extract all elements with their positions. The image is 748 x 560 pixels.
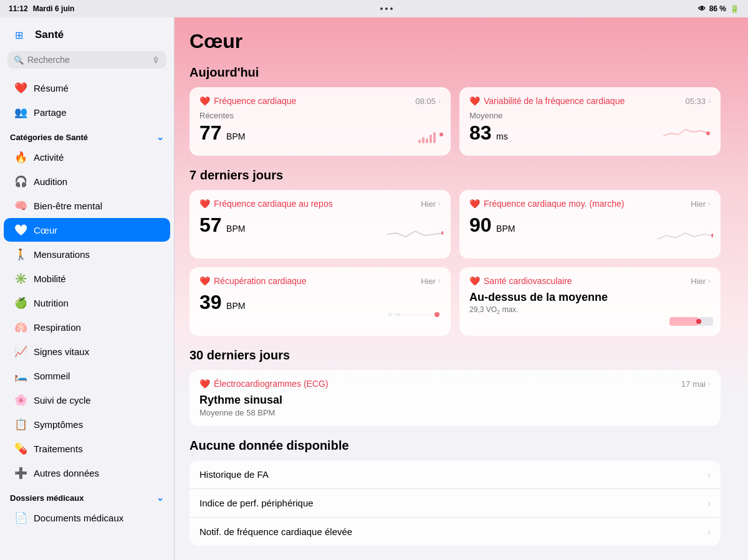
section-today: Aujourd'hui [189, 65, 721, 80]
card-ecg-header: ❤️ Électrocardiogrammes (ECG) 17 mai › [199, 379, 711, 389]
signes-label: Signes vitaux [34, 346, 89, 357]
no-data-perf[interactable]: Indice de perf. périphérique › [189, 489, 721, 518]
sidebar-item-mensurations[interactable]: 🚶 Mensurations [4, 242, 170, 266]
traitements-icon: 💊 [14, 442, 27, 455]
sidebar-item-suivi[interactable]: 🌸 Suivi de cycle [4, 388, 170, 412]
sidebar-header: ⊞ Santé [0, 17, 174, 49]
sidebar-item-coeur[interactable]: ❤️ Cœur [4, 218, 170, 242]
chevron-fa: › [707, 470, 711, 480]
card-ecg-value: Rythme sinusal [199, 394, 711, 407]
no-data-perf-label: Indice de perf. périphérique [199, 498, 314, 508]
card-frequence-chart [418, 126, 443, 143]
main-content-area: Cœur Aujourd'hui ❤️ Fréquence cardiaque … [175, 17, 748, 560]
bien-etre-icon: 🧠 [14, 199, 27, 212]
card-recuperation-header: ❤️ Récupération cardiaque Hier › [199, 276, 441, 286]
card-marche-value: 90 [469, 214, 492, 236]
card-recuperation[interactable]: ❤️ Récupération cardiaque Hier › 39 BPM [189, 267, 451, 336]
sidebar-item-documents[interactable]: 📄 Documents médicaux [4, 506, 170, 529]
main-content: Cœur Aujourd'hui ❤️ Fréquence cardiaque … [175, 17, 736, 560]
card-ecg-title: Électrocardiogrammes (ECG) [214, 379, 328, 389]
section-no-data: Aucune donnée disponible [189, 439, 721, 453]
resume-icon: ❤️ [14, 81, 27, 95]
sidebar-item-traitements[interactable]: 💊 Traitements [4, 437, 170, 460]
sidebar-toggle-button[interactable]: ⊞ [10, 26, 27, 44]
heart-icon-marche: ❤️ [469, 199, 480, 209]
heart-icon-recuperation: ❤️ [199, 276, 210, 286]
card-frequence-time: 08:05 › [415, 97, 441, 106]
card-ecg[interactable]: ❤️ Électrocardiogrammes (ECG) 17 mai › R… [189, 370, 721, 426]
autres-icon: ➕ [14, 466, 27, 480]
categories-chevron[interactable]: ⌄ [156, 132, 164, 142]
categories-header: Catégories de Santé ⌄ [0, 125, 174, 145]
coeur-label: Cœur [34, 225, 57, 235]
mic-icon[interactable]: 🎙 [152, 55, 160, 65]
status-left: 11:12 Mardi 6 juin [9, 4, 74, 13]
sidebar-item-mobilite[interactable]: ✳️ Mobilité [4, 267, 170, 290]
partage-icon: 👥 [14, 105, 27, 119]
respiration-label: Respiration [34, 322, 81, 333]
card-cv-title: Santé cardiovasculaire [484, 276, 572, 286]
card-cv-sub: 29,3 VO2 max. [469, 305, 711, 315]
svg-point-1 [441, 231, 443, 235]
card-marche-unit: BPM [496, 224, 515, 234]
card-repos[interactable]: ❤️ Fréquence cardiaque au repos Hier › 5… [189, 190, 451, 259]
card-frequence[interactable]: ❤️ Fréquence cardiaque 08:05 › Récentes … [189, 87, 451, 156]
card-marche-chart [657, 222, 713, 246]
sidebar-item-nutrition[interactable]: 🍏 Nutrition [4, 291, 170, 315]
sidebar-item-symptomes[interactable]: 📋 Symptômes [4, 412, 170, 436]
cv-bar-dot [696, 319, 701, 324]
status-date: Mardi 6 juin [33, 4, 75, 13]
search-input[interactable] [27, 55, 148, 65]
card-variabilite-label: Moyenne [469, 111, 711, 120]
today-cards-row: ❤️ Fréquence cardiaque 08:05 › Récentes … [189, 87, 721, 156]
card-cv-header: ❤️ Santé cardiovasculaire Hier › [469, 276, 711, 286]
card-recuperation-unit: BPM [226, 301, 245, 311]
nutrition-label: Nutrition [34, 298, 69, 308]
sidebar-item-sommeil[interactable]: 🛏️ Sommeil [4, 364, 170, 387]
sidebar-item-autres[interactable]: ➕ Autres données [4, 461, 170, 485]
sidebar-item-bien-etre[interactable]: 🧠 Bien-être mental [4, 194, 170, 217]
no-data-section: Historique de FA › Indice de perf. périp… [189, 460, 721, 546]
card-variabilite[interactable]: ❤️ Variabilité de la fréquence cardiaque… [459, 87, 721, 156]
card-cardiovasculaire[interactable]: ❤️ Santé cardiovasculaire Hier › Au-dess… [459, 267, 721, 336]
sommeil-icon: 🛏️ [14, 369, 27, 382]
sidebar: ⊞ Santé 🔍 🎙 ❤️ Résumé 👥 Partage Catégori… [0, 17, 175, 560]
bar3 [426, 138, 428, 143]
bar1 [418, 140, 421, 143]
mobilite-label: Mobilité [34, 273, 66, 284]
sidebar-item-activite[interactable]: 🔥 Activité [4, 145, 170, 169]
no-data-notif[interactable]: Notif. de fréquence cardiaque élevée › [189, 518, 721, 546]
card-repos-title: Fréquence cardiaque au repos [214, 199, 333, 209]
svg-point-0 [706, 131, 710, 135]
card-recuperation-title-row: ❤️ Récupération cardiaque [199, 276, 307, 286]
dossiers-chevron[interactable]: ⌄ [156, 493, 164, 503]
card-repos-unit: BPM [226, 224, 245, 234]
heart-icon-ecg: ❤️ [199, 379, 210, 389]
dot1 [380, 7, 383, 10]
page-title: Cœur [189, 30, 721, 53]
sidebar-item-signes[interactable]: 📈 Signes vitaux [4, 339, 170, 363]
bar2 [422, 137, 424, 143]
card-ecg-sub: Moyenne de 58 BPM [199, 408, 711, 417]
suivi-icon: 🌸 [14, 393, 27, 407]
audition-label: Audition [34, 176, 67, 187]
battery-text: 86 % [709, 4, 726, 13]
sidebar-item-respiration[interactable]: 🫁 Respiration [4, 315, 170, 339]
no-data-fa[interactable]: Historique de FA › [189, 460, 721, 489]
sidebar-title: Santé [35, 29, 64, 41]
coeur-icon: ❤️ [14, 223, 27, 237]
cv-bar-bg [669, 317, 713, 326]
card-marche[interactable]: ❤️ Fréquence cardiaque moy. (marche) Hie… [459, 190, 721, 259]
sidebar-item-audition[interactable]: 🎧 Audition [4, 169, 170, 193]
card-variabilite-value: 83 [469, 121, 492, 144]
sidebar-item-resume[interactable]: ❤️ Résumé [4, 76, 170, 100]
dot3 [390, 7, 393, 10]
section-7days: 7 derniers jours [189, 168, 721, 183]
card-recuperation-time: Hier › [421, 277, 441, 286]
search-box[interactable]: 🔍 🎙 [7, 51, 166, 69]
sidebar-item-partage[interactable]: 👥 Partage [4, 100, 170, 124]
heart-icon-variabilite: ❤️ [469, 96, 480, 106]
card-marche-header: ❤️ Fréquence cardiaque moy. (marche) Hie… [469, 199, 711, 209]
heart-icon-frequence: ❤️ [199, 96, 210, 106]
autres-label: Autres données [34, 468, 99, 478]
